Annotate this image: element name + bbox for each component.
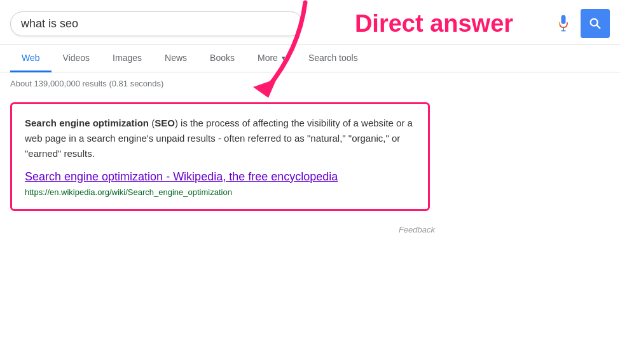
tab-search-tools[interactable]: Search tools bbox=[297, 45, 369, 72]
svg-rect-0 bbox=[561, 15, 565, 24]
tab-web[interactable]: Web bbox=[10, 45, 52, 72]
search-input[interactable] bbox=[21, 17, 292, 30]
search-icon bbox=[588, 17, 602, 30]
bold-seo-full: Search engine optimization bbox=[25, 118, 149, 128]
search-input-wrapper[interactable] bbox=[10, 11, 303, 36]
wiki-url: https://en.wikipedia.org/wiki/Search_eng… bbox=[25, 187, 232, 197]
search-button[interactable] bbox=[581, 9, 610, 38]
tab-news[interactable]: News bbox=[153, 45, 198, 72]
tab-videos[interactable]: Videos bbox=[52, 45, 102, 72]
tab-images[interactable]: Images bbox=[101, 45, 153, 72]
answer-text: Search engine optimization (SEO) is the … bbox=[25, 116, 415, 161]
answer-box: Search engine optimization (SEO) is the … bbox=[10, 102, 430, 211]
tab-books[interactable]: Books bbox=[198, 45, 246, 72]
results-count: About 139,000,000 results (0.81 seconds) bbox=[0, 72, 620, 95]
tab-more[interactable]: More ▾ bbox=[246, 45, 297, 72]
tabs-row: Web Videos Images News Books More ▾ Sear… bbox=[0, 45, 620, 72]
tab-more-label: More bbox=[258, 53, 278, 63]
mic-icon bbox=[556, 14, 570, 33]
chevron-down-icon: ▾ bbox=[282, 54, 286, 62]
direct-answer-label: Direct answer bbox=[322, 10, 546, 37]
svg-line-4 bbox=[596, 25, 600, 28]
annotation-area: Search engine optimization (SEO) is the … bbox=[0, 102, 620, 211]
feedback-label[interactable]: Feedback bbox=[399, 225, 435, 234]
mic-button[interactable] bbox=[553, 10, 574, 37]
bold-seo-abbr: SEO bbox=[155, 118, 175, 128]
feedback-row: Feedback bbox=[0, 221, 445, 241]
wiki-link[interactable]: Search engine optimization - Wikipedia, … bbox=[25, 170, 415, 184]
search-bar-row: Direct answer bbox=[0, 0, 620, 45]
